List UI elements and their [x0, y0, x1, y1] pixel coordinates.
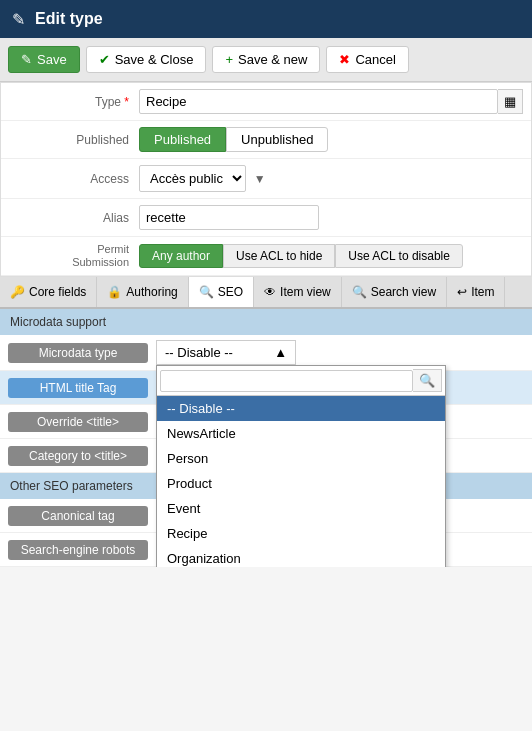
dropdown-item-product[interactable]: Product: [157, 471, 445, 496]
dropdown-arrow: ▲: [274, 345, 287, 360]
alias-input[interactable]: [139, 205, 319, 230]
access-row: Access Accès public ▼: [1, 159, 531, 199]
microdata-type-trigger[interactable]: -- Disable -- ▲: [156, 340, 296, 365]
tab-searchview[interactable]: 🔍 Search view: [342, 277, 447, 307]
tab-item-label: Item: [471, 285, 494, 299]
type-input[interactable]: [139, 89, 498, 114]
cancel-label: Cancel: [355, 52, 395, 67]
published-label: Published: [9, 133, 139, 147]
tab-seo-label: SEO: [218, 285, 243, 299]
permit-row: PermitSubmission Any author Use ACL to h…: [1, 237, 531, 276]
use-acl-hide-button[interactable]: Use ACL to hide: [223, 244, 335, 268]
permit-label: PermitSubmission: [9, 243, 139, 269]
check-icon: ✔: [99, 52, 110, 67]
tab-searchview-label: Search view: [371, 285, 436, 299]
lock-icon: 🔒: [107, 285, 122, 299]
access-label: Access: [9, 172, 139, 186]
type-icon-btn[interactable]: ▦: [498, 89, 523, 114]
other-seo-label: Other SEO parameters: [10, 479, 133, 493]
microdata-type-row: Microdata type -- Disable -- ▲ 🔍 -- Disa…: [0, 335, 532, 371]
cancel-button[interactable]: ✖ Cancel: [326, 46, 408, 73]
use-acl-disable-button[interactable]: Use ACL to disable: [335, 244, 463, 268]
save-close-label: Save & Close: [115, 52, 194, 67]
access-select[interactable]: Accès public: [139, 165, 246, 192]
tab-itemview[interactable]: 👁 Item view: [254, 277, 342, 307]
dropdown-search-input[interactable]: [160, 370, 413, 392]
dropdown-item-newsarticle[interactable]: NewsArticle: [157, 421, 445, 446]
edit-icon: ✎: [12, 10, 25, 29]
save-button[interactable]: ✎ Save: [8, 46, 80, 73]
any-author-button[interactable]: Any author: [139, 244, 223, 268]
alias-row: Alias: [1, 199, 531, 237]
type-label: Type *: [9, 95, 139, 109]
save-close-button[interactable]: ✔ Save & Close: [86, 46, 207, 73]
robots-label: Search-engine robots: [8, 540, 148, 560]
tab-core-label: Core fields: [29, 285, 86, 299]
category-title-label: Category to <title>: [8, 446, 148, 466]
save-new-label: Save & new: [238, 52, 307, 67]
dropdown-item-recipe[interactable]: Recipe: [157, 521, 445, 546]
published-row: Published Published Unpublished: [1, 121, 531, 159]
override-title-label: Override <title>: [8, 412, 148, 432]
dropdown-search-container: 🔍: [157, 366, 445, 396]
unpublished-button[interactable]: Unpublished: [226, 127, 328, 152]
html-title-label: HTML title Tag: [8, 378, 148, 398]
save-new-button[interactable]: + Save & new: [212, 46, 320, 73]
seo-content: Microdata support Microdata type -- Disa…: [0, 309, 532, 567]
dropdown-search-icon[interactable]: 🔍: [413, 369, 442, 392]
dropdown-item-organization[interactable]: Organization: [157, 546, 445, 567]
microdata-section-header: Microdata support: [0, 309, 532, 335]
tab-authoring-label: Authoring: [126, 285, 177, 299]
form: Type * ▦ Published Published Unpublished…: [0, 82, 532, 277]
search-icon-tab2: 🔍: [352, 285, 367, 299]
x-icon: ✖: [339, 52, 350, 67]
key-icon: 🔑: [10, 285, 25, 299]
search-icon-tab: 🔍: [199, 285, 214, 299]
tab-core[interactable]: 🔑 Core fields: [0, 277, 97, 307]
microdata-section-label: Microdata support: [10, 315, 106, 329]
eye-icon: 👁: [264, 285, 276, 299]
save-label: Save: [37, 52, 67, 67]
tab-bar: 🔑 Core fields 🔒 Authoring 🔍 SEO 👁 Item v…: [0, 277, 532, 309]
reply-icon: ↩: [457, 285, 467, 299]
dropdown-item-event[interactable]: Event: [157, 496, 445, 521]
save-icon: ✎: [21, 52, 32, 67]
tab-item[interactable]: ↩ Item: [447, 277, 505, 307]
published-toggle: Published Unpublished: [139, 127, 523, 152]
microdata-type-value: -- Disable --: [165, 345, 233, 360]
microdata-dropdown-list: 🔍 -- Disable -- NewsArticle Person Produ…: [156, 365, 446, 567]
tab-authoring[interactable]: 🔒 Authoring: [97, 277, 188, 307]
type-row: Type * ▦: [1, 83, 531, 121]
dropdown-item-disable[interactable]: -- Disable --: [157, 396, 445, 421]
dropdown-item-person[interactable]: Person: [157, 446, 445, 471]
microdata-type-label: Microdata type: [8, 343, 148, 363]
toolbar: ✎ Save ✔ Save & Close + Save & new ✖ Can…: [0, 38, 532, 82]
tab-seo[interactable]: 🔍 SEO: [189, 277, 254, 309]
published-button[interactable]: Published: [139, 127, 226, 152]
type-field-container: ▦: [139, 89, 523, 114]
page-header: ✎ Edit type: [0, 0, 532, 38]
permit-toggle: Any author Use ACL to hide Use ACL to di…: [139, 244, 523, 268]
alias-label: Alias: [9, 211, 139, 225]
microdata-type-dropdown-wrapper: -- Disable -- ▲ 🔍 -- Disable -- NewsArti…: [156, 340, 296, 365]
plus-icon: +: [225, 52, 233, 67]
page-title: Edit type: [35, 10, 103, 28]
canonical-label: Canonical tag: [8, 506, 148, 526]
tab-itemview-label: Item view: [280, 285, 331, 299]
